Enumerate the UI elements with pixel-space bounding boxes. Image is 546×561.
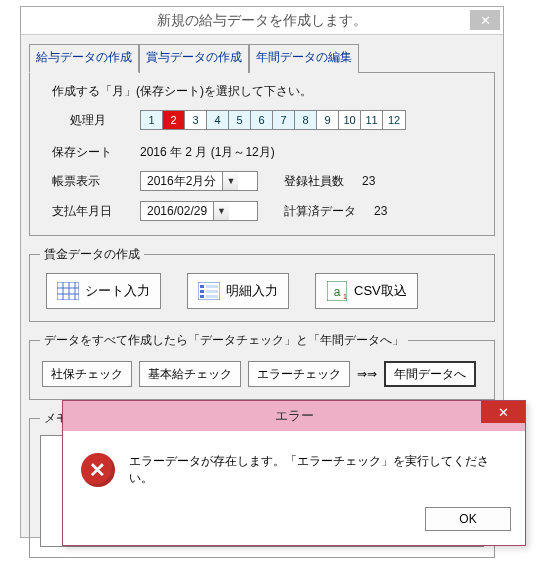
- flow-legend: データをすべて作成したら「データチェック」と「年間データへ」: [40, 332, 408, 349]
- close-icon: ✕: [498, 405, 509, 420]
- flow-group: データをすべて作成したら「データチェック」と「年間データへ」 社保チェック 基本…: [29, 332, 495, 400]
- button-label: シート入力: [85, 282, 150, 300]
- svg-rect-7: [200, 285, 204, 288]
- dialog-title: エラー: [275, 407, 314, 425]
- month-2[interactable]: 2: [163, 111, 185, 129]
- dialog-titlebar: エラー ✕: [63, 401, 525, 431]
- svg-text:a: a: [334, 285, 341, 299]
- annual-data-button[interactable]: 年間データへ: [384, 361, 476, 387]
- svg-rect-0: [57, 282, 79, 300]
- svg-rect-9: [200, 290, 204, 293]
- svg-text:1: 1: [343, 293, 347, 300]
- dialog-footer: OK: [63, 499, 525, 545]
- tab-strip: 給与データの作成 賞与データの作成 年間データの編集: [29, 43, 495, 72]
- wage-button-row: シート入力 明細入力 a1 CSV取込: [40, 271, 484, 311]
- kihon-check-button[interactable]: 基本給チェック: [139, 361, 241, 387]
- calc-done-value: 23: [374, 204, 387, 218]
- button-label: 年間データへ: [394, 366, 466, 383]
- month-12[interactable]: 12: [383, 111, 405, 129]
- save-sheet-label: 保存シート: [52, 144, 114, 161]
- wage-data-group: 賃金データの作成 シート入力 明細入力 a1: [29, 246, 495, 322]
- month-3[interactable]: 3: [185, 111, 207, 129]
- month-5[interactable]: 5: [229, 111, 251, 129]
- tab-page-salary: 作成する「月」(保存シート)を選択して下さい。 処理月 1 2 3 4 5 6 …: [29, 72, 495, 236]
- calc-done-label: 計算済データ: [284, 203, 356, 220]
- month-10[interactable]: 10: [339, 111, 361, 129]
- titlebar: 新規の給与データを作成します。 ✕: [21, 7, 503, 35]
- detail-input-button[interactable]: 明細入力: [187, 273, 289, 309]
- shaho-check-button[interactable]: 社保チェック: [42, 361, 132, 387]
- flow-button-row: 社保チェック 基本給チェック エラーチェック ⇒⇒ 年間データへ: [40, 357, 484, 389]
- tab-label: 賞与データの作成: [146, 50, 242, 64]
- error-check-button[interactable]: エラーチェック: [248, 361, 350, 387]
- svg-rect-10: [206, 290, 218, 293]
- tab-label: 給与データの作成: [36, 50, 132, 64]
- button-label: OK: [459, 512, 476, 526]
- month-9[interactable]: 9: [317, 111, 339, 129]
- button-label: エラーチェック: [257, 366, 341, 383]
- pay-date-label: 支払年月日: [52, 203, 114, 220]
- proc-month-label: 処理月: [70, 112, 132, 129]
- window-close-button[interactable]: ✕: [470, 10, 500, 30]
- svg-rect-11: [200, 295, 204, 298]
- tab-annual-edit[interactable]: 年間データの編集: [249, 44, 359, 73]
- tab-salary-create[interactable]: 給与データの作成: [29, 44, 139, 73]
- chevron-down-icon: ▼: [213, 202, 229, 220]
- form-display-value: 2016年2月分: [141, 173, 222, 190]
- month-4[interactable]: 4: [207, 111, 229, 129]
- button-label: CSV取込: [354, 282, 407, 300]
- wage-legend: 賃金データの作成: [40, 246, 144, 263]
- error-icon: ✕: [81, 453, 115, 487]
- error-dialog: エラー ✕ ✕ エラーデータが存在します。「エラーチェック」を実行してください。…: [62, 400, 526, 546]
- list-icon: [198, 280, 220, 302]
- save-sheet-value: 2016 年 2 月 (1月～12月): [140, 144, 275, 161]
- pay-date-value: 2016/02/29: [141, 204, 213, 218]
- dialog-message: エラーデータが存在します。「エラーチェック」を実行してください。: [129, 453, 507, 487]
- month-1[interactable]: 1: [141, 111, 163, 129]
- button-label: 明細入力: [226, 282, 278, 300]
- grid-icon: [57, 280, 79, 302]
- csv-import-button[interactable]: a1 CSV取込: [315, 273, 418, 309]
- form-display-label: 帳票表示: [52, 173, 114, 190]
- dialog-close-button[interactable]: ✕: [481, 401, 525, 423]
- svg-rect-12: [206, 295, 218, 298]
- month-8[interactable]: 8: [295, 111, 317, 129]
- month-selector: 1 2 3 4 5 6 7 8 9 10 11 12: [140, 110, 406, 130]
- tab-label: 年間データの編集: [256, 50, 352, 64]
- close-icon: ✕: [480, 13, 491, 28]
- month-prompt: 作成する「月」(保存シート)を選択して下さい。: [52, 83, 484, 100]
- form-display-combo[interactable]: 2016年2月分 ▼: [140, 171, 258, 191]
- sheet-input-button[interactable]: シート入力: [46, 273, 161, 309]
- registered-emp-value: 23: [362, 174, 375, 188]
- dialog-body: ✕ エラーデータが存在します。「エラーチェック」を実行してください。: [63, 431, 525, 499]
- excel-icon: a1: [326, 280, 348, 302]
- tab-bonus-create[interactable]: 賞与データの作成: [139, 44, 249, 73]
- ok-button[interactable]: OK: [425, 507, 511, 531]
- pay-date-combo[interactable]: 2016/02/29 ▼: [140, 201, 258, 221]
- arrow-icon: ⇒⇒: [357, 367, 377, 381]
- button-label: 社保チェック: [51, 366, 123, 383]
- registered-emp-label: 登録社員数: [284, 173, 344, 190]
- month-7[interactable]: 7: [273, 111, 295, 129]
- window-title: 新規の給与データを作成します。: [157, 12, 367, 30]
- chevron-down-icon: ▼: [222, 172, 238, 190]
- month-6[interactable]: 6: [251, 111, 273, 129]
- svg-rect-8: [206, 285, 218, 288]
- month-11[interactable]: 11: [361, 111, 383, 129]
- button-label: 基本給チェック: [148, 366, 232, 383]
